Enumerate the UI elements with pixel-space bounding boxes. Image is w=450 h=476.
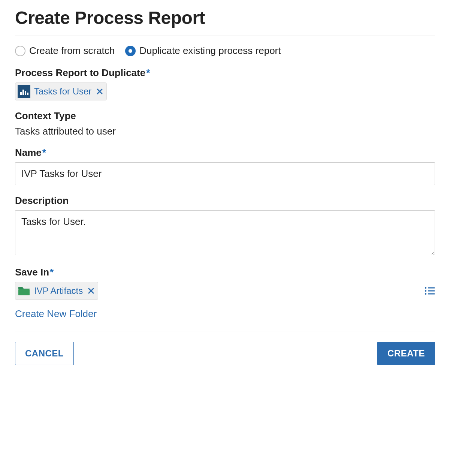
radio-selected-icon <box>125 46 136 56</box>
browse-list-button[interactable] <box>425 286 435 295</box>
svg-rect-2 <box>22 90 24 95</box>
duplicate-source-label: Process Report to Duplicate* <box>15 67 435 79</box>
create-new-folder-link[interactable]: Create New Folder <box>15 308 97 320</box>
required-asterisk: * <box>146 67 150 78</box>
field-description: Description <box>15 195 435 257</box>
description-label: Description <box>15 195 435 207</box>
context-type-label: Context Type <box>15 110 435 122</box>
cancel-button[interactable]: CANCEL <box>15 342 74 365</box>
radio-unselected-icon <box>15 46 25 56</box>
svg-rect-15 <box>428 293 435 295</box>
svg-rect-11 <box>428 287 435 289</box>
field-name: Name* <box>15 147 435 185</box>
svg-rect-13 <box>428 290 435 292</box>
header-divider <box>15 36 435 36</box>
field-duplicate-source: Process Report to Duplicate* Tasks for U… <box>15 67 435 100</box>
folder-icon <box>18 284 30 297</box>
dialog-button-row: CANCEL CREATE <box>15 342 435 365</box>
footer-divider <box>15 331 435 331</box>
radio-create-from-scratch[interactable]: Create from scratch <box>15 45 115 57</box>
save-in-token[interactable]: IVP Artifacts <box>15 282 98 300</box>
save-in-token-label: IVP Artifacts <box>34 286 83 296</box>
bar-chart-icon <box>18 85 30 98</box>
required-asterisk: * <box>50 266 54 278</box>
svg-point-10 <box>425 287 426 289</box>
duplicate-source-token[interactable]: Tasks for User <box>15 82 107 100</box>
svg-point-14 <box>425 293 426 295</box>
svg-rect-1 <box>20 92 22 95</box>
radio-from-scratch-label: Create from scratch <box>29 45 115 57</box>
create-button[interactable]: CREATE <box>377 342 435 365</box>
name-input[interactable] <box>15 162 435 185</box>
radio-duplicate-existing[interactable]: Duplicate existing process report <box>125 45 281 57</box>
close-icon <box>97 88 103 94</box>
svg-rect-7 <box>18 289 30 295</box>
radio-duplicate-label: Duplicate existing process report <box>139 45 281 57</box>
close-icon <box>88 288 94 294</box>
remove-duplicate-token-button[interactable] <box>97 88 103 94</box>
required-asterisk: * <box>42 147 46 158</box>
context-type-value: Tasks attributed to user <box>15 126 435 137</box>
save-in-label: Save In* <box>15 266 435 278</box>
duplicate-source-token-label: Tasks for User <box>34 86 91 97</box>
svg-rect-4 <box>27 93 28 95</box>
field-save-in: Save In* IVP Artifacts <box>15 266 435 320</box>
description-textarea[interactable] <box>15 210 435 255</box>
svg-point-12 <box>425 290 426 292</box>
remove-save-in-token-button[interactable] <box>88 288 94 294</box>
list-icon <box>425 286 435 295</box>
field-context-type: Context Type Tasks attributed to user <box>15 110 435 137</box>
page-title: Create Process Report <box>15 7 435 28</box>
creation-mode-radio-group: Create from scratch Duplicate existing p… <box>15 45 435 57</box>
svg-rect-3 <box>25 91 26 95</box>
name-label: Name* <box>15 147 435 159</box>
